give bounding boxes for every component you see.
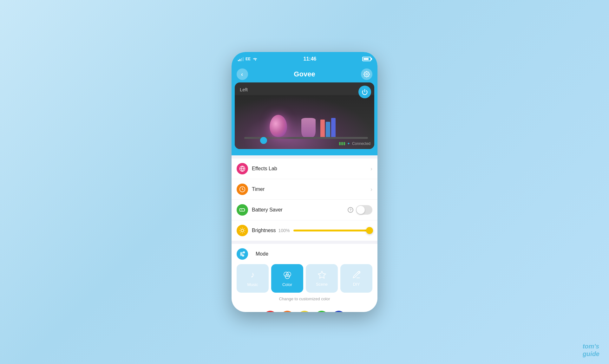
svg-point-0	[366, 74, 367, 75]
music-label: Music	[247, 282, 258, 287]
back-button[interactable]: ‹	[237, 68, 248, 80]
mode-label: Mode	[256, 251, 268, 257]
scene-background	[235, 95, 374, 149]
power-button[interactable]	[358, 86, 371, 98]
battery-cell-2	[341, 142, 343, 145]
mode-section: Mode ♪ Music Color	[232, 244, 377, 308]
effects-lab-item[interactable]: Effects Lab ›	[232, 159, 377, 179]
mode-scene-button[interactable]: Scene	[306, 264, 338, 293]
brightness-label: Brightness	[252, 228, 276, 233]
carrier-label: EE	[246, 57, 251, 61]
color-swatch-orange[interactable]	[280, 311, 294, 312]
mode-icon-wrap	[237, 248, 248, 260]
battery-saver-controls: ?	[348, 205, 372, 215]
book-1	[320, 120, 325, 137]
signal-bar-3	[241, 58, 242, 61]
settings-button[interactable]	[361, 68, 372, 80]
watermark: tom's guide	[583, 342, 599, 358]
content-scroll[interactable]: Effects Lab › Timer ›	[232, 155, 377, 312]
device-label: Left	[240, 87, 248, 92]
book-2	[326, 122, 330, 137]
effects-lab-chevron: ›	[370, 166, 372, 172]
hero-section: Left	[232, 82, 377, 155]
svg-marker-24	[318, 271, 325, 278]
svg-line-9	[240, 229, 241, 229]
svg-point-6	[241, 229, 244, 232]
status-left: EE	[238, 57, 258, 61]
battery-icon	[239, 207, 246, 213]
power-icon	[362, 89, 368, 95]
effects-lab-icon-wrap	[237, 163, 248, 174]
scene-label: Scene	[316, 282, 328, 287]
color-label: Color	[282, 282, 292, 287]
help-button[interactable]: ?	[348, 207, 353, 213]
back-arrow-icon: ‹	[241, 71, 243, 78]
clock-icon	[239, 186, 246, 192]
book-3	[331, 118, 336, 137]
books-object	[320, 118, 336, 137]
battery-status-icon	[362, 57, 371, 61]
effects-lab-label: Effects Lab	[252, 166, 370, 172]
mode-icon	[239, 251, 246, 257]
svg-line-13	[240, 232, 241, 232]
mode-music-button[interactable]: ♪ Music	[237, 264, 269, 293]
svg-line-14	[244, 229, 244, 229]
brightness-slider[interactable]	[293, 230, 372, 231]
color-swatch-blue[interactable]	[332, 311, 346, 312]
scene-icon	[318, 270, 326, 279]
diy-icon	[352, 270, 361, 279]
mode-buttons: ♪ Music Color Scen	[237, 264, 372, 293]
battery-fill	[363, 58, 369, 60]
nav-bar: ‹ Govee	[232, 66, 377, 82]
status-time: 11:46	[304, 56, 317, 62]
battery-saver-item[interactable]: Battery Saver ?	[232, 200, 377, 220]
bluetooth-icon: ✦	[347, 141, 350, 146]
brightness-icon	[239, 227, 246, 234]
color-swatch-row	[232, 308, 377, 312]
brightness-item: Brightness 100%	[232, 220, 377, 241]
phone-frame: EE 11:46 ‹ Govee	[232, 52, 377, 312]
battery-saver-label: Battery Saver	[252, 207, 348, 213]
timer-item[interactable]: Timer ›	[232, 179, 377, 200]
color-icon	[283, 270, 292, 280]
watermark-line1: tom's	[583, 342, 599, 350]
svg-line-10	[244, 232, 244, 232]
slider-thumb	[366, 227, 373, 234]
brightness-icon-wrap	[237, 225, 248, 236]
wifi-icon	[252, 57, 258, 61]
globe-icon	[239, 166, 246, 172]
signal-bar-2	[239, 59, 240, 61]
mode-color-button[interactable]: Color	[271, 264, 303, 293]
battery-cell-1	[339, 142, 341, 145]
egg-object	[270, 115, 287, 137]
battery-saver-toggle[interactable]	[356, 205, 372, 215]
timer-icon-wrap	[237, 184, 248, 195]
menu-section: Effects Lab › Timer ›	[232, 159, 377, 220]
battery-saver-icon-wrap	[237, 204, 248, 216]
brightness-value: 100%	[278, 228, 290, 233]
device-battery-icon	[339, 142, 345, 145]
device-status-footer: ✦ Connected	[339, 141, 370, 146]
color-swatch-yellow[interactable]	[298, 311, 311, 312]
signal-bars	[238, 57, 244, 61]
mode-header: Mode	[237, 248, 372, 260]
battery-cell-3	[344, 142, 345, 145]
signal-bar-4	[243, 57, 244, 61]
mode-subtitle: Change to customized color	[237, 296, 372, 304]
color-swatch-green[interactable]	[315, 311, 329, 312]
nav-title: Govee	[294, 70, 315, 78]
status-bar: EE 11:46	[232, 52, 377, 66]
mode-diy-button[interactable]: DIY	[340, 264, 372, 293]
connected-status: Connected	[352, 141, 370, 146]
watermark-line2: guide	[583, 350, 599, 358]
gear-icon	[363, 71, 370, 77]
device-card: Left	[235, 82, 374, 149]
timer-label: Timer	[252, 186, 370, 192]
color-swatch-red[interactable]	[263, 311, 277, 312]
progress-indicator	[260, 137, 267, 144]
signal-bar-1	[238, 60, 239, 61]
diy-label: DIY	[353, 282, 360, 287]
vase-object	[301, 118, 316, 137]
status-right	[362, 57, 371, 61]
timer-chevron: ›	[370, 186, 372, 193]
